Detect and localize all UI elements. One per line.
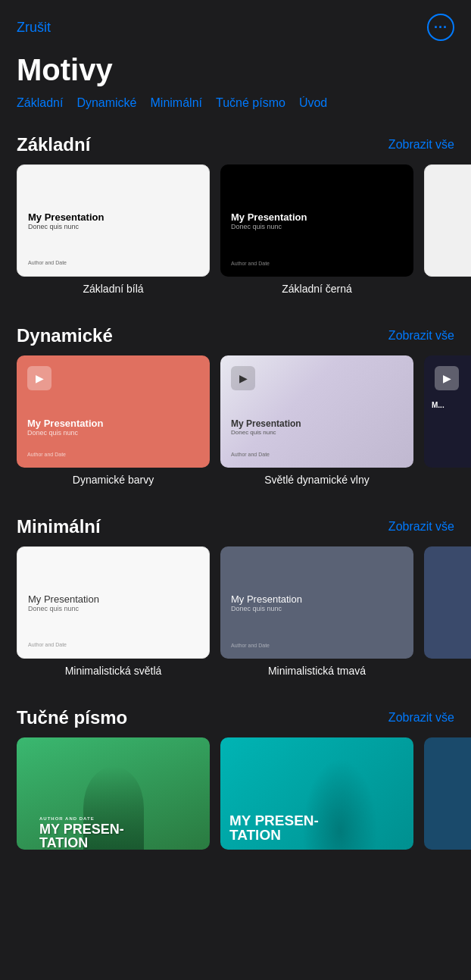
view-all-minimalni[interactable]: Zobrazit vše [388,520,454,534]
theme-thumbnail-svetle-vlny: ▶ My Presentation Donec quis nunc Author… [220,355,413,468]
pres-footer-coral: Author and Date [27,452,66,457]
pres-sub-minimal-light: Donec quis nunc [28,605,99,612]
theme-card-bold-green[interactable]: AUTHOR AND DATE MY PRESEN-TATION [17,737,210,850]
themes-row-tucne-pismo: AUTHOR AND DATE MY PRESEN-TATION MY PRES… [0,737,471,850]
theme-label-dynamicke-barvy: Dynamické barvy [73,474,154,486]
category-tabs: Základní Dynamické Minimální Tučné písmo… [0,96,471,122]
more-icon: ··· [434,20,448,36]
section-title-zakladni: Základní [17,134,90,155]
theme-card-svetle-vlny[interactable]: ▶ My Presentation Donec quis nunc Author… [220,355,413,486]
section-title-tucne-pismo: Tučné písmo [17,707,127,728]
view-all-tucne-pismo[interactable]: Zobrazit vše [388,711,454,725]
themes-row-zakladni: My Presentation Donec quis nunc Author a… [0,164,471,295]
theme-thumbnail-dynamicke-barvy: ▶ My Presentation Donec quis nunc Author… [17,355,210,468]
theme-label-svetle-vlny: Světlé dynamické vlny [264,474,370,486]
tab-minimalni[interactable]: Minimální [151,96,202,110]
header: Zrušit ··· [0,0,471,47]
pres-title-coral: My Presentation [27,418,103,429]
themes-row-minimalni: My Presentation Donec quis nunc Author a… [0,546,471,677]
section-header-dynamicke: Dynamické Zobrazit vše [0,325,471,355]
pres-footer-black: Author and Date [231,261,270,266]
pres-footer-waves: Author and Date [231,452,270,457]
pres-footer: Author and Date [28,260,67,265]
theme-label-zakladni-cerna: Základní černá [282,283,352,295]
view-all-dynamicke[interactable]: Zobrazit vše [388,329,454,343]
theme-label-minimalni-tmava: Minimalistická tmavá [268,665,366,677]
theme-thumbnail-bold-partial [424,737,471,850]
pres-title-minimal-light: My Presentation [28,593,99,605]
pres-sub-minimal-dark: Donec quis nunc [231,605,302,612]
tab-tucne-pismo[interactable]: Tučné písmo [216,96,285,110]
theme-card-dynamicke-partial[interactable]: ▶ M... [424,355,471,486]
more-options-button[interactable]: ··· [427,14,454,41]
theme-thumbnail-minimalni-svetla: My Presentation Donec quis nunc Author a… [17,546,210,659]
tab-zakladni[interactable]: Základní [17,96,63,110]
theme-label-zakladni-bila: Základní bílá [83,283,143,295]
play-icon-coral: ▶ [27,366,51,390]
tab-uvod[interactable]: Úvod [299,96,327,110]
section-title-dynamicke: Dynamické [17,325,113,346]
themes-row-dynamicke: ▶ My Presentation Donec quis nunc Author… [0,355,471,486]
pres-sub-coral: Donec quis nunc [27,429,103,437]
section-title-minimalni: Minimální [17,516,101,537]
pres-sub-black: Donec quis nunc [231,223,307,230]
theme-card-dynamicke-barvy[interactable]: ▶ My Presentation Donec quis nunc Author… [17,355,210,486]
theme-thumbnail-bold-green: AUTHOR AND DATE MY PRESEN-TATION [17,737,210,850]
pres-sub: Donec quis nunc [28,223,104,230]
section-header-tucne-pismo: Tučné písmo Zobrazit vše [0,707,471,737]
section-header-minimalni: Minimální Zobrazit vše [0,516,471,546]
theme-thumbnail-zakladni-cerna: My Presentation Donec quis nunc Author a… [220,164,413,277]
section-tucne-pismo: Tučné písmo Zobrazit vše AUTHOR AND DATE… [0,695,471,856]
section-header-zakladni: Základní Zobrazit vše [0,134,471,164]
pres-title-waves: My Presentation [231,418,301,429]
theme-card-zakladni-partial[interactable] [424,164,471,295]
theme-thumbnail-minimalni-tmava: My Presentation Donec quis nunc Author a… [220,546,413,659]
theme-thumbnail-zakladni-bila: My Presentation Donec quis nunc Author a… [17,164,210,277]
theme-card-minimalni-tmava[interactable]: My Presentation Donec quis nunc Author a… [220,546,413,677]
theme-card-bold-teal[interactable]: MY PRESEN-TATION [220,737,413,850]
pres-sub-waves: Donec quis nunc [231,429,301,436]
pres-footer-minimal-dark: Author and Date [231,643,270,648]
pres-title: My Presentation [28,211,104,223]
theme-thumbnail-bold-teal: MY PRESEN-TATION [220,737,413,850]
play-icon-dark-partial: ▶ [435,366,459,390]
view-all-zakladni[interactable]: Zobrazit vše [388,138,454,152]
theme-card-minimalni-svetla[interactable]: My Presentation Donec quis nunc Author a… [17,546,210,677]
page-title: Motivy [0,47,471,96]
theme-label-minimalni-svetla: Minimalistická světlá [65,665,162,677]
tab-dynamicke[interactable]: Dynamické [76,96,136,110]
pres-title-black: My Presentation [231,211,307,223]
section-zakladni: Základní Zobrazit vše My Presentation Do… [0,122,471,301]
section-dynamicke: Dynamické Zobrazit vše ▶ My Presentation… [0,313,471,492]
cancel-button[interactable]: Zrušit [17,20,51,36]
theme-card-bold-partial[interactable] [424,737,471,850]
theme-card-minimalni-partial[interactable] [424,546,471,677]
play-icon-waves: ▶ [231,366,255,390]
theme-card-zakladni-cerna[interactable]: My Presentation Donec quis nunc Author a… [220,164,413,295]
theme-card-zakladni-bila[interactable]: My Presentation Donec quis nunc Author a… [17,164,210,295]
pres-title-minimal-dark: My Presentation [231,593,302,605]
pres-footer-minimal-light: Author and Date [28,642,67,647]
section-minimalni: Minimální Zobrazit vše My Presentation D… [0,504,471,683]
